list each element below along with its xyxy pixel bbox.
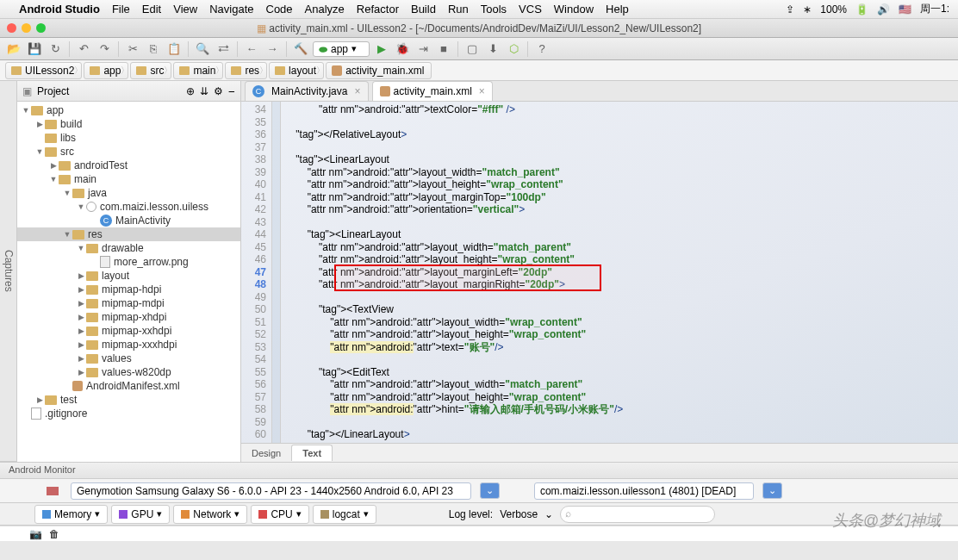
app-name[interactable]: Android Studio: [19, 3, 100, 16]
menu-view[interactable]: View: [173, 3, 197, 16]
tree-item-main[interactable]: ▼main: [17, 172, 240, 186]
tree-item-androidmanifest-xml[interactable]: AndroidManifest.xml: [17, 379, 240, 393]
trash-icon[interactable]: 🗑: [49, 528, 59, 540]
device-select[interactable]: Genymotion Samsung Galaxy S6 - 6.0.0 - A…: [71, 482, 471, 500]
tab-cpu[interactable]: CPU ▾: [251, 505, 308, 524]
editor-tab-mainactivity[interactable]: C MainActivity.java ×: [245, 81, 369, 101]
android-monitor-header[interactable]: Android Monitor: [0, 462, 958, 479]
debug-icon[interactable]: 🐞: [394, 40, 411, 58]
wifi-icon[interactable]: ⇪: [786, 3, 794, 16]
tree-item-build[interactable]: ▶build: [17, 117, 240, 131]
tab-memory[interactable]: Memory ▾: [34, 505, 108, 524]
undo-icon[interactable]: ↶: [75, 40, 92, 58]
menu-analyze[interactable]: Analyze: [305, 3, 345, 16]
tree-item-app[interactable]: ▼app: [17, 103, 240, 117]
run-icon[interactable]: ▶: [373, 40, 390, 58]
tree-item-more-arrow-png[interactable]: more_arrow.png: [17, 255, 240, 269]
fold-gutter[interactable]: [272, 102, 281, 443]
scroll-from-source-icon[interactable]: ⊕: [186, 85, 195, 97]
collapse-all-icon[interactable]: ⇊: [200, 85, 208, 97]
menu-window[interactable]: Window: [554, 3, 594, 16]
hide-icon[interactable]: ‒: [228, 85, 235, 97]
gutter-project[interactable]: 1: Project: [0, 81, 1, 462]
run-configuration-select[interactable]: ⬬app ▾: [313, 41, 370, 57]
menu-run[interactable]: Run: [448, 3, 469, 16]
open-icon[interactable]: 📂: [5, 40, 22, 58]
editor-body[interactable]: 3435363738394041424344454647484950515253…: [241, 102, 958, 443]
tree-item-values-w820dp[interactable]: ▶values-w820dp: [17, 365, 240, 379]
tree-item--gitignore[interactable]: .gitignore: [17, 407, 240, 420]
tree-item-res[interactable]: ▼res: [17, 227, 240, 241]
crumb-project[interactable]: UILesson2: [5, 62, 82, 79]
menu-file[interactable]: File: [112, 3, 130, 16]
design-tab[interactable]: Design: [241, 445, 291, 461]
menu-code[interactable]: Code: [266, 3, 293, 16]
crumb-app[interactable]: app: [84, 62, 128, 79]
text-tab[interactable]: Text: [291, 445, 333, 461]
tree-item-drawable[interactable]: ▼drawable: [17, 241, 240, 255]
tree-item-mainactivity[interactable]: CMainActivity: [17, 214, 240, 227]
menu-navigate[interactable]: Navigate: [209, 3, 253, 16]
menu-build[interactable]: Build: [411, 3, 436, 16]
replace-icon[interactable]: ⮂: [215, 40, 232, 58]
zoom-window-button[interactable]: [36, 23, 46, 33]
logcat-search-input[interactable]: [560, 506, 715, 523]
crumb-layout[interactable]: layout: [269, 62, 324, 79]
sync-icon[interactable]: ↻: [47, 40, 64, 58]
menu-edit[interactable]: Edit: [142, 3, 161, 16]
crumb-main[interactable]: main: [173, 62, 223, 79]
tab-logcat[interactable]: logcat ▾: [313, 505, 376, 524]
tree-item-java[interactable]: ▼java: [17, 186, 240, 200]
help-icon[interactable]: ?: [533, 40, 551, 58]
flag-icon[interactable]: 🇺🇸: [899, 3, 911, 16]
tree-item-libs[interactable]: libs: [17, 131, 240, 145]
save-icon[interactable]: 💾: [26, 40, 43, 58]
attach-debugger-icon[interactable]: ⇥: [414, 40, 432, 58]
menu-refactor[interactable]: Refactor: [357, 3, 399, 16]
process-dropdown-icon[interactable]: ⌄: [762, 482, 782, 499]
editor-tab-activity-main[interactable]: activity_main.xml ×: [372, 81, 493, 101]
menu-tools[interactable]: Tools: [481, 3, 507, 16]
tab-network[interactable]: Network ▾: [173, 505, 247, 524]
tree-item-mipmap-mdpi[interactable]: ▶mipmap-mdpi: [17, 296, 240, 310]
tree-item-src[interactable]: ▼src: [17, 145, 240, 159]
avd-manager-icon[interactable]: ▢: [463, 40, 481, 58]
paste-icon[interactable]: 📋: [165, 40, 183, 58]
tree-item-mipmap-xxhdpi[interactable]: ▶mipmap-xxhdpi: [17, 324, 240, 338]
crumb-res[interactable]: res: [225, 62, 267, 79]
copy-icon[interactable]: ⎘: [145, 40, 162, 58]
tree-item-mipmap-hdpi[interactable]: ▶mipmap-hdpi: [17, 283, 240, 296]
tree-item-androidtest[interactable]: ▶androidTest: [17, 159, 240, 172]
crumb-file[interactable]: activity_main.xml: [326, 62, 432, 79]
project-tree[interactable]: ▼app▶buildlibs▼src▶androidTest▼main▼java…: [17, 102, 240, 462]
android-monitor-icon[interactable]: ⬡: [505, 40, 522, 58]
close-window-button[interactable]: [7, 23, 16, 33]
back-icon[interactable]: ←: [243, 40, 260, 58]
loglevel-dropdown-icon[interactable]: ⌄: [544, 508, 553, 520]
menu-vcs[interactable]: VCS: [519, 3, 542, 16]
process-select[interactable]: com.maizi.lesson.uilesson1 (4801) [DEAD]: [534, 482, 754, 500]
forward-icon[interactable]: →: [264, 40, 281, 58]
cut-icon[interactable]: ✂: [124, 40, 141, 58]
find-icon[interactable]: 🔍: [194, 40, 211, 58]
gutter-captures[interactable]: Captures: [1, 81, 16, 462]
volume-icon[interactable]: 🔊: [877, 3, 890, 16]
tree-item-mipmap-xxxhdpi[interactable]: ▶mipmap-xxxhdpi: [17, 338, 240, 352]
close-tab-icon[interactable]: ×: [354, 85, 360, 97]
tree-item-com-maizi-lesson-uiless[interactable]: ▼com.maizi.lesson.uiless: [17, 200, 240, 214]
make-icon[interactable]: 🔨: [292, 40, 309, 58]
tree-item-test[interactable]: ▶test: [17, 393, 240, 407]
camera-icon[interactable]: 📷: [29, 528, 42, 540]
minimize-window-button[interactable]: [22, 23, 31, 33]
gear-icon[interactable]: ⚙: [214, 85, 223, 97]
close-tab-icon[interactable]: ×: [479, 85, 485, 97]
loglevel-select[interactable]: Verbose: [500, 508, 538, 520]
menu-help[interactable]: Help: [606, 3, 629, 16]
tab-gpu[interactable]: GPU ▾: [111, 505, 170, 524]
crumb-src[interactable]: src: [130, 62, 171, 79]
tree-item-values[interactable]: ▶values: [17, 352, 240, 365]
sdk-manager-icon[interactable]: ⬇: [484, 40, 501, 58]
redo-icon[interactable]: ↷: [96, 40, 113, 58]
stop-icon[interactable]: ■: [435, 40, 452, 58]
tree-item-mipmap-xhdpi[interactable]: ▶mipmap-xhdpi: [17, 310, 240, 324]
